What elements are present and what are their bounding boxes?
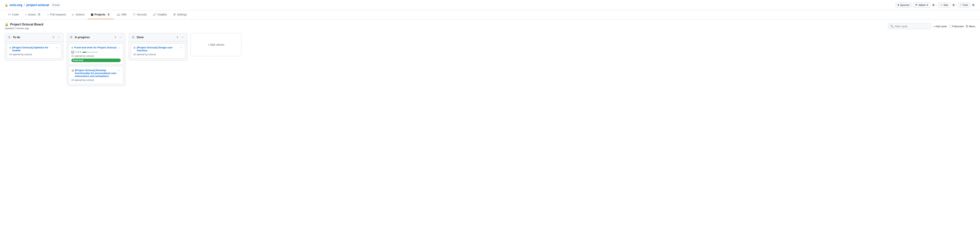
fork-count: 0 <box>971 3 975 7</box>
card-menu-button[interactable]: ··· <box>118 46 121 49</box>
tab-actions-label: Actions <box>75 13 84 16</box>
pull-request-icon: ⑃ <box>47 13 49 16</box>
repo-name-link[interactable]: project-octocat <box>26 3 49 7</box>
column-menu-button[interactable]: ··· <box>181 35 185 40</box>
add-cards-button[interactable]: + Add cards <box>933 25 947 28</box>
watch-chevron-icon: ▾ <box>927 3 928 6</box>
card-meta: #2 opened by octocat <box>133 53 183 56</box>
repo-org-link[interactable]: octo-org <box>10 3 22 7</box>
header-left: 🔒 octo-org / project-octocat Private <box>5 3 61 7</box>
watch-button[interactable]: 👁 Watch ▾ <box>913 2 930 8</box>
column-count: 2 <box>69 36 73 39</box>
fullscreen-button[interactable]: ⛶ Fullscreen <box>949 25 964 28</box>
card-label: front-end <box>72 59 121 62</box>
card-title-row: ● [Project Octocat] Optimize for mobile <box>10 46 56 52</box>
star-button[interactable]: ☆ Star <box>938 2 950 8</box>
private-badge: Private <box>51 3 61 7</box>
projects-badge: 1 <box>107 13 111 16</box>
column-header-in-progress: 2 In progress + ··· <box>67 33 125 41</box>
project-title: 🔒 Project Octocat Board <box>5 22 43 26</box>
issues-badge: 3 <box>37 13 41 16</box>
table-row: ● [Project Octocat] Optimize for mobile … <box>7 43 61 59</box>
filter-cards-wrap: 🔍 <box>888 23 931 29</box>
card-meta: #4 opened by octocat <box>10 53 59 56</box>
tab-settings[interactable]: ⚙ Settings <box>170 10 190 19</box>
menu-button[interactable]: ☰ Menu <box>966 25 975 28</box>
tab-pull-requests-label: Pull requests <box>50 13 66 16</box>
card-meta: #1 opened by octocat <box>72 55 121 57</box>
tab-security-label: Security <box>137 13 147 16</box>
tab-issues[interactable]: ○ Issues 3 <box>22 10 44 19</box>
play-icon: ▷ <box>72 13 74 16</box>
tab-projects[interactable]: ▦ Projects 1 <box>88 10 114 19</box>
card-title-row: ● Front-end work for Project Octocat <box>72 46 118 49</box>
svg-rect-0 <box>72 51 74 53</box>
tab-wiki[interactable]: 📖 Wiki <box>114 10 130 19</box>
column-menu-button[interactable]: ··· <box>119 35 123 40</box>
sponsor-button[interactable]: ♥ Sponsor <box>896 2 912 8</box>
fork-button[interactable]: ⑂ Fork <box>958 2 970 8</box>
tab-code[interactable]: <> Code <box>5 10 22 19</box>
table-row: ● Front-end work for Project Octocat ···… <box>69 43 123 65</box>
column-add-button[interactable]: + <box>52 35 55 40</box>
fork-icon: ⑂ <box>960 3 962 6</box>
card-menu-button[interactable]: ··· <box>118 69 121 72</box>
card-top: ● Front-end work for Project Octocat ··· <box>72 46 121 49</box>
fullscreen-label: Fullscreen <box>952 25 964 28</box>
card-top: ◑ [Project Octocat] Develop functionalit… <box>72 69 121 78</box>
progress-bar-fill <box>82 52 86 53</box>
column-name: Done <box>137 36 144 39</box>
project-icon: ▦ <box>91 13 93 16</box>
column-header-done: 1 Done + ··· <box>129 33 187 41</box>
menu-label: Menu <box>969 25 975 28</box>
column-done: 1 Done + ··· ⊘ [Project Octocat] Design … <box>129 33 188 60</box>
column-body-in-progress: ● Front-end work for Project Octocat ···… <box>67 41 125 86</box>
sponsor-label: Sponsor <box>900 3 910 6</box>
add-column-button[interactable]: + Add column <box>191 33 242 56</box>
watch-label: Watch <box>919 3 926 6</box>
tab-pull-requests[interactable]: ⑃ Pull requests <box>44 10 69 19</box>
heart-icon: ♥ <box>898 3 899 6</box>
repo-separator: / <box>24 3 25 7</box>
tab-wiki-label: Wiki <box>121 13 126 16</box>
card-title-link[interactable]: [Project Octocat] Develop functionality … <box>75 69 118 78</box>
card-menu-button[interactable]: ··· <box>56 46 59 49</box>
progress-bar <box>82 52 98 53</box>
tab-insights[interactable]: 📈 Insights <box>150 10 170 19</box>
card-title-link[interactable]: Front-end work for Project Octocat <box>74 46 117 49</box>
header-right: ♥ Sponsor 👁 Watch ▾ 0 ☆ Star 0 ⑂ Fork 0 <box>896 2 975 8</box>
card-top: ⊘ [Project Octocat] Design user interfac… <box>133 46 183 52</box>
column-count: 1 <box>7 36 11 39</box>
card-title-link[interactable]: [Project Octocat] Optimize for mobile <box>12 46 55 52</box>
column-add-button[interactable]: + <box>114 35 117 40</box>
header-bar: 🔒 octo-org / project-octocat Private ♥ S… <box>0 0 980 10</box>
project-actions: 🔍 + Add cards ⛶ Fullscreen ☰ Menu <box>888 22 975 29</box>
card-title-link[interactable]: [Project Octocat] Design user interface <box>137 46 179 52</box>
eye-icon: 👁 <box>915 3 918 6</box>
tab-actions[interactable]: ▷ Actions <box>69 10 88 19</box>
column-name: To do <box>13 36 20 39</box>
column-in-progress: 2 In progress + ··· ● Front-end work for… <box>67 33 126 86</box>
card-progress: 1 of 4 <box>72 51 121 54</box>
column-actions: + ··· <box>176 35 185 40</box>
board-area: 1 To do + ··· ● [Project Octocat] Optimi… <box>0 30 980 89</box>
column-todo: 1 To do + ··· ● [Project Octocat] Optimi… <box>5 33 64 60</box>
column-count: 1 <box>131 36 135 39</box>
table-row: ◑ [Project Octocat] Develop functionalit… <box>69 66 123 84</box>
card-title-row: ⊘ [Project Octocat] Design user interfac… <box>133 46 179 52</box>
column-add-button[interactable]: + <box>176 35 179 40</box>
column-actions: + ··· <box>52 35 61 40</box>
tab-security[interactable]: 🛡 Security <box>130 10 150 19</box>
issue-icon: ○ <box>25 13 27 16</box>
search-icon: 🔍 <box>890 25 894 28</box>
column-title-area: 1 Done <box>131 36 144 39</box>
star-count: 0 <box>951 3 956 7</box>
progress-text: 1 of 4 <box>75 51 81 54</box>
column-menu-button[interactable]: ··· <box>57 35 61 40</box>
fork-label: Fork <box>963 3 968 6</box>
filter-cards-input[interactable] <box>895 25 929 28</box>
card-menu-button[interactable]: ··· <box>179 46 183 49</box>
project-lock-icon: 🔒 <box>5 22 9 26</box>
column-name: In progress <box>75 36 90 39</box>
closed-icon: ⊘ <box>133 46 136 49</box>
